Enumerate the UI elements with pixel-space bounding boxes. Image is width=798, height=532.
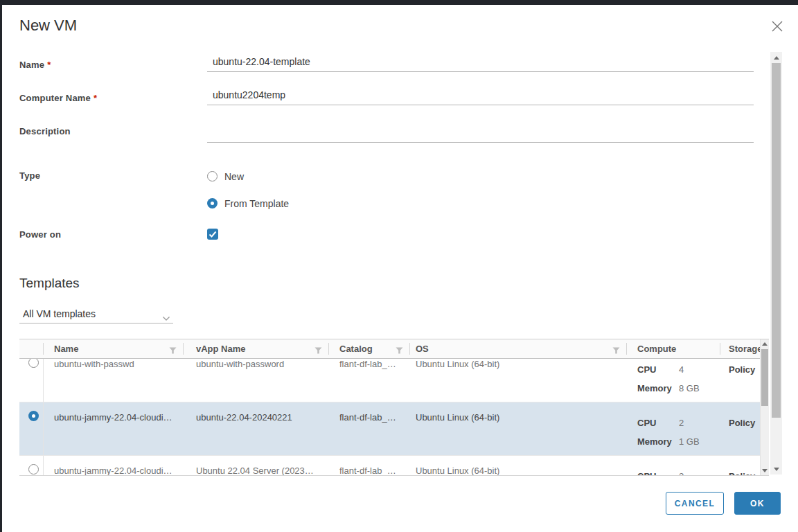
cell-catalog: flant-df-lab_… <box>329 359 410 402</box>
cell-os: Ubuntu Linux (64-bit) <box>410 359 627 402</box>
header-compute: Compute <box>627 339 720 358</box>
cell-catalog: flant-df-lab_… <box>329 456 410 475</box>
window-top-edge <box>0 0 798 5</box>
computer-name-label: Computer Name* <box>19 93 97 103</box>
required-asterisk: * <box>94 93 97 103</box>
type-label: Type <box>19 170 40 181</box>
table-header: Name vApp Name Catalog OS Compute Storag… <box>19 339 760 359</box>
computer-name-input[interactable] <box>207 89 754 105</box>
cell-compute: CPU4 Memory8 GB <box>627 359 720 402</box>
header-vapp-name: vApp Name <box>184 339 329 358</box>
filter-icon[interactable] <box>612 346 620 356</box>
dialog-title: New VM <box>19 17 77 35</box>
cell-storage: Policy <box>720 359 760 402</box>
row-radio-selected[interactable] <box>28 411 39 421</box>
cell-storage: Policy <box>720 402 760 455</box>
table-scrollbar[interactable] <box>760 339 769 475</box>
cell-compute: CPU2 Memory <box>627 456 720 475</box>
filter-icon[interactable] <box>314 346 322 356</box>
table-body: ubuntu-with-passwd ubuntu-with-password … <box>19 359 760 475</box>
computer-name-field-row: Computer Name* <box>19 91 97 112</box>
cell-vapp-name: Ubuntu 22.04 Server (2023… <box>184 456 329 475</box>
scroll-up-icon[interactable] <box>770 52 782 63</box>
scroll-down-icon[interactable] <box>770 463 782 475</box>
required-asterisk: * <box>47 60 51 70</box>
table-scrollbar-thumb[interactable] <box>761 349 768 406</box>
dialog-scrollbar[interactable] <box>770 52 782 475</box>
type-option-from-template[interactable]: From Template <box>207 197 289 210</box>
name-input[interactable] <box>207 55 754 72</box>
window-left-edge <box>0 0 2 532</box>
description-label: Description <box>19 126 71 136</box>
cell-vapp-name: ubuntu-22.04-20240221 <box>184 402 329 455</box>
close-button[interactable] <box>770 19 785 35</box>
cell-vapp-name: ubuntu-with-password <box>184 359 329 402</box>
description-field-row: Description <box>19 125 71 145</box>
header-radio-column <box>19 339 44 358</box>
filter-icon[interactable] <box>169 346 177 356</box>
ok-button[interactable]: OK <box>734 492 781 515</box>
table-row-ubuntu-with-passwd[interactable]: ubuntu-with-passwd ubuntu-with-password … <box>19 359 760 402</box>
dialog-scrollbar-thumb[interactable] <box>772 63 781 418</box>
radio-unchecked-icon <box>207 171 218 181</box>
type-option-new-label: New <box>224 171 244 182</box>
cell-compute: CPU2 Memory1 GB <box>627 402 720 455</box>
row-radio[interactable] <box>28 359 39 368</box>
filter-icon[interactable] <box>396 346 403 356</box>
power-on-checkbox[interactable] <box>207 229 218 240</box>
type-option-from-template-label: From Template <box>224 198 289 209</box>
radio-checked-icon <box>207 198 218 209</box>
cell-catalog: flant-df-lab_… <box>329 402 410 455</box>
name-field-row: Name* <box>19 58 51 79</box>
header-catalog: Catalog <box>329 339 410 358</box>
template-filter-select[interactable]: All VM templates <box>19 307 173 323</box>
header-os: OS <box>410 339 627 358</box>
cancel-button[interactable]: CANCEL <box>666 492 724 515</box>
templates-table: Name vApp Name Catalog OS Compute Storag… <box>19 339 769 476</box>
table-row-ubuntu-jammy-selected[interactable]: ubuntu-jammy-22.04-cloudi… ubuntu-22.04-… <box>19 402 760 456</box>
cell-name: ubuntu-jammy-22.04-cloudi… <box>44 456 184 475</box>
header-storage: Storage <box>720 339 760 358</box>
template-filter-value: All VM templates <box>23 308 96 319</box>
table-row-ubuntu-jammy-server[interactable]: ubuntu-jammy-22.04-cloudi… Ubuntu 22.04 … <box>19 456 760 475</box>
cell-storage: Policy <box>720 456 760 475</box>
chevron-down-icon <box>162 312 170 324</box>
row-radio[interactable] <box>28 464 39 475</box>
scroll-up-icon[interactable] <box>761 339 769 348</box>
type-option-new[interactable]: New <box>207 170 244 183</box>
cell-os: Ubuntu Linux (64-bit) <box>410 402 627 455</box>
header-name: Name <box>44 339 184 358</box>
scroll-down-icon[interactable] <box>761 466 769 475</box>
templates-heading: Templates <box>19 276 80 291</box>
description-input[interactable] <box>207 126 754 143</box>
power-on-label: Power on <box>19 229 61 240</box>
checkmark-icon <box>207 230 218 242</box>
cell-name: ubuntu-jammy-22.04-cloudi… <box>44 402 184 455</box>
cell-name: ubuntu-with-passwd <box>44 359 184 402</box>
name-label: Name* <box>19 60 51 70</box>
close-icon <box>771 24 783 35</box>
cell-os: Ubuntu Linux (64-bit) <box>410 456 627 475</box>
